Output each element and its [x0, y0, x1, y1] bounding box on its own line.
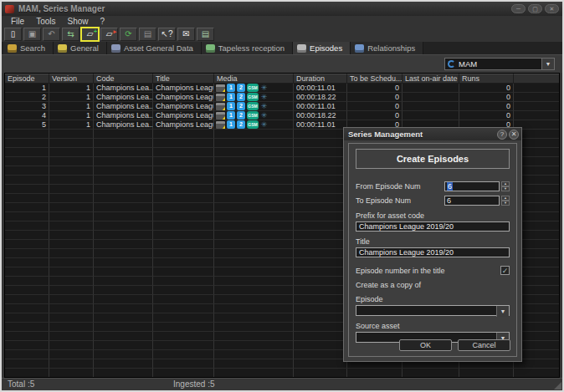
- to-episode-stepper: ▲ ▼: [501, 196, 510, 206]
- tab-episodes[interactable]: Episodes: [293, 42, 351, 54]
- table-row[interactable]: 41Champions Lea...Champions Leagu...12GS…: [5, 111, 559, 120]
- empty-cell: [49, 130, 94, 139]
- network-icon: ✳: [260, 84, 268, 92]
- menu-item-show[interactable]: Show: [61, 16, 94, 27]
- mail-button[interactable]: ✉: [177, 28, 195, 41]
- episode-number-label: Episode number in the title: [356, 267, 500, 275]
- new-document-button[interactable]: ▯: [4, 28, 22, 41]
- table-row[interactable]: 21Champions Lea...Champions Leagu...12GS…: [5, 93, 559, 102]
- empty-cell: [347, 369, 402, 378]
- column-header-to-be-schedu-[interactable]: To be Schedu...: [347, 74, 402, 84]
- empty-cell: [94, 212, 153, 221]
- channel-1-icon: 1: [227, 120, 235, 129]
- close-icon[interactable]: ✕: [509, 130, 519, 140]
- title-bar: MAM, Series Manager ─ ▢ ✕: [2, 2, 562, 16]
- chevron-down-icon[interactable]: ▼: [496, 306, 509, 317]
- cell: 00:00:18.22: [294, 111, 347, 120]
- tab-search[interactable]: Search: [3, 42, 54, 54]
- prefix-input[interactable]: Champions League 2019/20: [356, 221, 510, 232]
- dialog-header: Create Episodes: [356, 149, 510, 169]
- maximize-icon[interactable]: ▢: [528, 4, 542, 13]
- empty-cell: [214, 130, 294, 139]
- export-button[interactable]: ▤: [139, 28, 156, 41]
- empty-cell: [94, 277, 153, 286]
- menu-item-[interactable]: ?: [95, 16, 111, 27]
- tab-tapeless-reception[interactable]: Tapeless reception: [202, 42, 293, 54]
- episode-combobox[interactable]: ▼: [356, 305, 510, 316]
- empty-cell: [5, 341, 49, 350]
- table-row[interactable]: 11Champions Lea...Champions Leagu...12GS…: [5, 84, 559, 93]
- empty-cell: [153, 341, 214, 350]
- cell: 0: [459, 84, 514, 93]
- from-episode-row: From Episode Num 6 ▲ ▼: [356, 181, 510, 191]
- spin-down-icon[interactable]: ▼: [501, 201, 510, 206]
- asset-list-button[interactable]: ▤: [197, 28, 214, 41]
- to-episode-input[interactable]: 6: [444, 196, 500, 206]
- empty-cell: [94, 130, 153, 139]
- empty-cell: [49, 295, 94, 304]
- empty-cell: [153, 295, 214, 304]
- context-help-button[interactable]: ↖?: [158, 28, 176, 41]
- column-header-version[interactable]: Version: [49, 74, 94, 84]
- empty-cell: [214, 194, 294, 203]
- cancel-button[interactable]: Cancel: [458, 339, 510, 351]
- empty-cell: [294, 157, 347, 166]
- tab-asset-general-data[interactable]: Asset General Data: [107, 42, 202, 54]
- toolbar: ▯▣↶⇆▱+▱▸⟳▤↖?✉▤: [2, 27, 562, 42]
- tab-relationships[interactable]: Relationships: [351, 42, 423, 54]
- minimize-icon[interactable]: ─: [511, 4, 526, 13]
- empty-cell: [5, 286, 49, 295]
- column-header-code[interactable]: Code: [94, 74, 153, 84]
- empty-cell: [214, 323, 294, 332]
- empty-cell: [294, 341, 347, 350]
- episode-number-checkbox[interactable]: ✓: [500, 266, 510, 275]
- column-header-episode[interactable]: Episode: [5, 74, 49, 84]
- help-icon[interactable]: ?: [497, 130, 507, 140]
- empty-cell: [5, 148, 49, 157]
- empty-cell: [49, 203, 94, 212]
- empty-cell: [49, 176, 94, 185]
- resize-grip[interactable]: [554, 382, 561, 389]
- empty-cell: [94, 240, 153, 249]
- close-icon[interactable]: ✕: [545, 4, 559, 13]
- undo-icon: ↶: [48, 30, 54, 38]
- from-episode-input[interactable]: 6: [444, 181, 500, 191]
- column-header-media[interactable]: Media: [214, 74, 294, 84]
- to-episode-row: To Episode Num 6 ▲ ▼: [356, 196, 510, 206]
- transfer-button[interactable]: ⇆: [62, 28, 79, 41]
- cell: 0: [459, 93, 514, 102]
- column-header-duration[interactable]: Duration: [294, 74, 347, 84]
- create-episodes-button[interactable]: ▱+: [81, 28, 99, 41]
- cell: Champions Lea...: [94, 93, 153, 102]
- cell-filler: [514, 111, 559, 120]
- save-button[interactable]: ▣: [23, 28, 41, 41]
- refresh-button[interactable]: ⟳: [120, 28, 137, 41]
- delete-episodes-button[interactable]: ▱▸: [100, 28, 118, 41]
- empty-cell: [214, 249, 294, 258]
- column-header-runs[interactable]: Runs: [459, 74, 514, 84]
- empty-cell: [214, 203, 294, 212]
- empty-cell: [94, 258, 153, 267]
- spin-down-icon[interactable]: ▼: [501, 186, 510, 191]
- ok-button[interactable]: OK: [399, 339, 452, 351]
- empty-cell: [5, 221, 49, 231]
- tab-general[interactable]: General: [54, 42, 107, 54]
- menu-item-tools[interactable]: Tools: [30, 16, 61, 27]
- empty-cell: [294, 231, 347, 240]
- chevron-down-icon[interactable]: ▼: [541, 59, 554, 69]
- column-header-title[interactable]: Title: [153, 74, 214, 84]
- column-header-last-on-air-date[interactable]: Last on-air date: [402, 74, 459, 84]
- menu-item-file[interactable]: File: [5, 16, 30, 27]
- table-header-row: EpisodeVersionCodeTitleMediaDurationTo b…: [5, 74, 559, 84]
- empty-cell: [294, 166, 347, 176]
- table-row[interactable]: 31Champions Lea...Champions Leagu...12GS…: [5, 102, 559, 111]
- undo-button[interactable]: ↶: [43, 28, 60, 41]
- cell: 2: [5, 93, 49, 102]
- mam-filter-combobox[interactable]: MAM ▼: [444, 58, 555, 70]
- empty-cell: [5, 139, 49, 148]
- tab-label: Episodes: [310, 43, 342, 53]
- title-input[interactable]: Champions League 2019/20: [356, 247, 510, 257]
- empty-cell: [214, 221, 294, 231]
- empty-cell: [5, 240, 49, 249]
- dialog-title-bar[interactable]: Series Management ? ✕: [344, 128, 521, 140]
